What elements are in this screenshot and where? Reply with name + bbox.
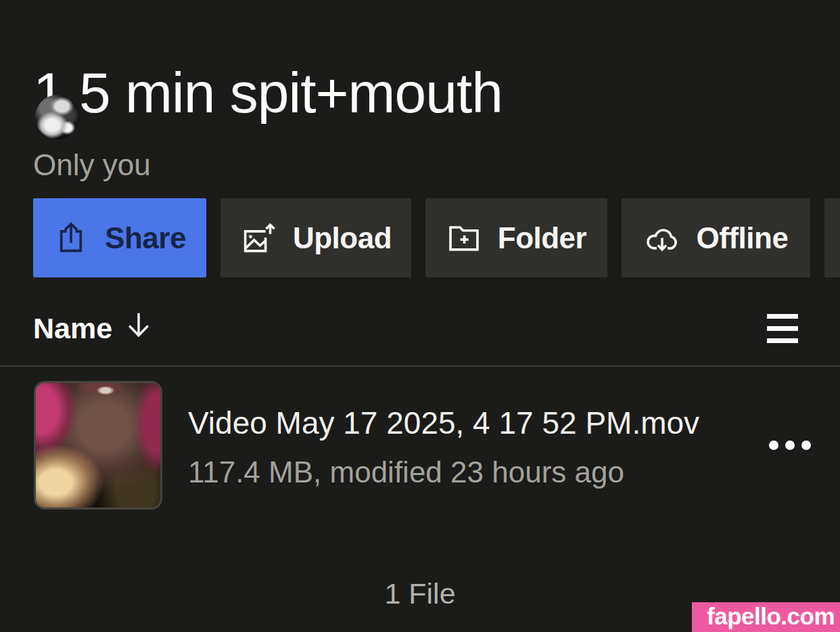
share-button[interactable]: Share <box>33 198 206 277</box>
watermark: fapello.com <box>692 602 840 632</box>
photo-upload-icon <box>240 220 277 256</box>
privacy-label: Only you <box>33 148 151 182</box>
page-title: 1.5 min spit+mouth <box>33 60 503 126</box>
sort-by-name-control[interactable]: Name <box>33 309 154 348</box>
offline-button[interactable]: Offline <box>622 198 810 277</box>
sort-label: Name <box>33 312 112 345</box>
folder-button-label: Folder <box>498 221 586 255</box>
avatar[interactable] <box>35 95 80 139</box>
offline-cloud-icon <box>644 220 680 256</box>
action-button-row: Share Upload F <box>33 198 840 277</box>
offline-button-label: Offline <box>697 221 789 255</box>
share-button-label: Share <box>105 221 186 255</box>
file-info: Video May 17 2025, 4 17 52 PM.mov 117.4 … <box>188 405 699 489</box>
watermark-text: fapello.com <box>707 603 835 630</box>
file-meta: 117.4 MB, modified 23 hours ago <box>188 455 699 489</box>
upload-button[interactable]: Upload <box>220 198 411 277</box>
new-folder-button[interactable]: Folder <box>425 198 607 277</box>
file-row[interactable]: Video May 17 2025, 4 17 52 PM.mov 117.4 … <box>0 367 840 524</box>
ellipsis-icon[interactable] <box>765 436 815 454</box>
more-action-button-partial[interactable] <box>824 198 840 277</box>
share-icon <box>53 221 89 256</box>
folder-screen: 1.5 min spit+mouth Only you Share <box>0 0 840 632</box>
file-thumbnail[interactable] <box>34 381 162 510</box>
list-header: Name <box>33 309 807 352</box>
file-name: Video May 17 2025, 4 17 52 PM.mov <box>188 405 699 441</box>
upload-button-label: Upload <box>293 221 392 255</box>
list-view-icon[interactable] <box>767 314 798 343</box>
arrow-down-icon <box>123 309 154 348</box>
new-folder-icon <box>446 221 482 256</box>
